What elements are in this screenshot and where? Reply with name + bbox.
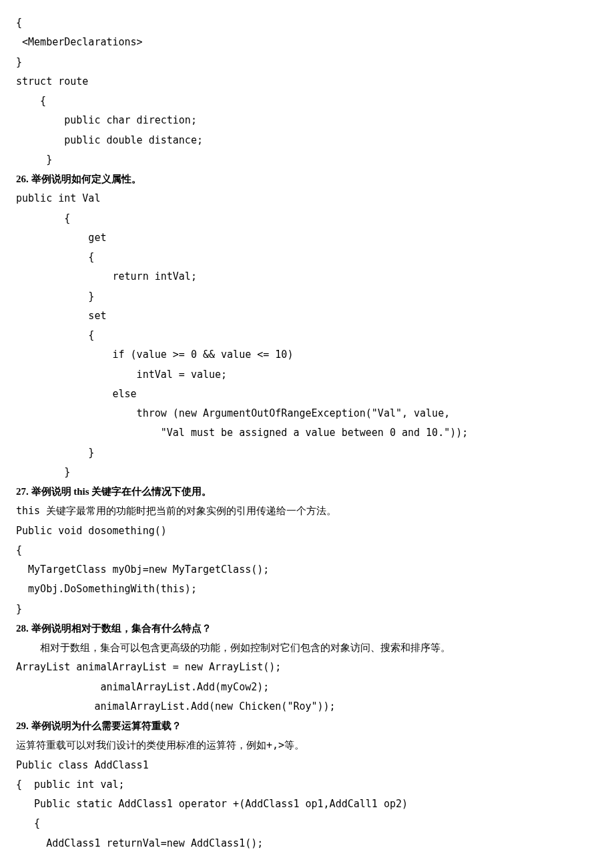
code-line: { — [16, 13, 598, 33]
code-line: } — [16, 463, 598, 482]
code-line: throw (new ArgumentOutOfRangeException("… — [16, 404, 598, 423]
code-line: } — [16, 443, 598, 463]
code-line: animalArrayList.Add(myCow2); — [16, 678, 598, 697]
code-line: public char direction; — [16, 111, 598, 130]
code-line: { public int val; — [16, 775, 598, 795]
question-26-title: 26. 举例说明如何定义属性。 — [16, 170, 598, 189]
code-line: if (value >= 0 && value <= 10) — [16, 345, 598, 365]
question-28-title: 28. 举例说明相对于数组，集合有什么特点？ — [16, 619, 598, 638]
code-line: get — [16, 228, 598, 248]
text-line: this 关键字最常用的功能时把当前的对象实例的引用传递给一个方法。 — [16, 501, 598, 521]
code-line: { — [16, 814, 598, 833]
code-line: } — [16, 150, 598, 170]
code-line: { — [16, 326, 598, 345]
code-line: return intVal; — [16, 267, 598, 286]
code-line: ArrayList animalArrayList = new ArrayLis… — [16, 658, 598, 677]
code-line: "Val must be assigned a value between 0 … — [16, 423, 598, 443]
code-line: <MemberDeclarations> — [16, 33, 598, 52]
code-line: { — [16, 248, 598, 267]
code-line: { — [16, 91, 598, 111]
code-line: else — [16, 385, 598, 404]
code-line: myObj.DoSomethingWith(this); — [16, 580, 598, 599]
code-line: struct route — [16, 72, 598, 91]
code-line: set — [16, 306, 598, 326]
code-line: Public static AddClass1 operator +(AddCl… — [16, 795, 598, 814]
code-line: { — [16, 541, 598, 560]
question-27-title: 27. 举例说明 this 关键字在什么情况下使用。 — [16, 482, 598, 501]
code-line: { — [16, 209, 598, 228]
code-line: AddClass1 returnVal=new AddClass1(); — [16, 834, 598, 853]
code-line: } — [16, 287, 598, 306]
code-line: } — [16, 53, 598, 72]
code-line: intVal = value; — [16, 365, 598, 385]
text-line: 运算符重载可以对我们设计的类使用标准的运算符，例如+,>等。 — [16, 736, 598, 755]
code-line: Public class AddClass1 — [16, 756, 598, 775]
code-line: Public void dosomething() — [16, 521, 598, 541]
code-line: } — [16, 600, 598, 619]
code-line: public double distance; — [16, 131, 598, 150]
question-29-title: 29. 举例说明为什么需要运算符重载？ — [16, 716, 598, 736]
code-line: animalArrayList.Add(new Chicken("Roy")); — [16, 697, 598, 716]
code-line: public int Val — [16, 189, 598, 208]
code-line: MyTargetClass myObj=new MyTargetClass(); — [16, 560, 598, 580]
text-line: 相对于数组，集合可以包含更高级的功能，例如控制对它们包含的对象访问、搜索和排序等… — [16, 638, 598, 658]
